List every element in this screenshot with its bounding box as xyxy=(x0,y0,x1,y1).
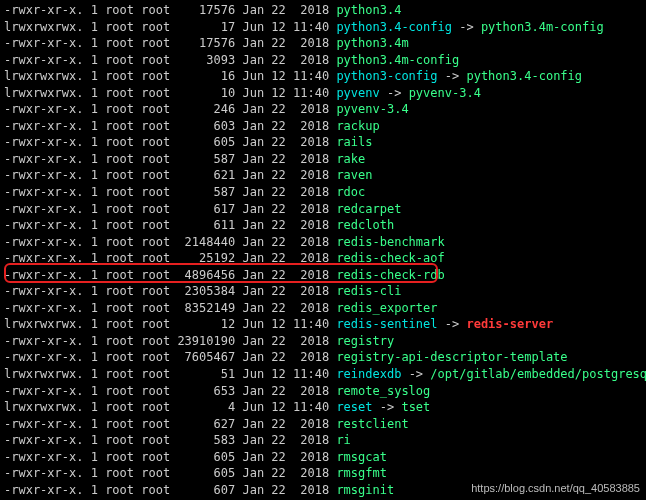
permissions: -rwxr-xr-x. 1 root root xyxy=(4,218,170,232)
date: Jun 12 11:40 xyxy=(242,367,329,381)
file-name: redcarpet xyxy=(336,202,401,216)
date: Jan 22 2018 xyxy=(242,102,329,116)
date: Jan 22 2018 xyxy=(242,3,329,17)
permissions: -rwxr-xr-x. 1 root root xyxy=(4,235,170,249)
date: Jan 22 2018 xyxy=(242,334,329,348)
file-name: python3.4m xyxy=(336,36,408,50)
symlink-target: tset xyxy=(401,400,430,414)
symlink-arrow: -> xyxy=(401,367,430,381)
size: 611 xyxy=(170,218,235,232)
listing-row: -rwxr-xr-x. 1 root root 617 Jan 22 2018 … xyxy=(4,201,642,218)
file-name: rmsgfmt xyxy=(336,466,387,480)
permissions: -rwxr-xr-x. 1 root root xyxy=(4,417,170,431)
size: 25192 xyxy=(170,251,235,265)
listing-row: -rwxr-xr-x. 1 root root 17576 Jan 22 201… xyxy=(4,35,642,52)
symlink-target: redis-server xyxy=(466,317,553,331)
permissions: lrwxrwxrwx. 1 root root xyxy=(4,400,170,414)
file-name: redis-check-rdb xyxy=(336,268,444,282)
permissions: -rwxr-xr-x. 1 root root xyxy=(4,466,170,480)
size: 2305384 xyxy=(170,284,235,298)
file-name: ri xyxy=(336,433,350,447)
date: Jun 12 11:40 xyxy=(242,20,329,34)
file-name: redis-check-aof xyxy=(336,251,444,265)
size: 16 xyxy=(170,69,235,83)
size: 7605467 xyxy=(170,350,235,364)
date: Jan 22 2018 xyxy=(242,135,329,149)
date: Jan 22 2018 xyxy=(242,251,329,265)
listing-row: lrwxrwxrwx. 1 root root 51 Jun 12 11:40 … xyxy=(4,366,642,383)
size: 3093 xyxy=(170,53,235,67)
permissions: -rwxr-xr-x. 1 root root xyxy=(4,202,170,216)
date: Jan 22 2018 xyxy=(242,433,329,447)
permissions: -rwxr-xr-x. 1 root root xyxy=(4,53,170,67)
file-name: rake xyxy=(336,152,365,166)
file-name: remote_syslog xyxy=(336,384,430,398)
date: Jan 22 2018 xyxy=(242,284,329,298)
file-name: python3.4-config xyxy=(336,20,452,34)
permissions: lrwxrwxrwx. 1 root root xyxy=(4,317,170,331)
date: Jan 22 2018 xyxy=(242,301,329,315)
listing-row: -rwxr-xr-x. 1 root root 4896456 Jan 22 2… xyxy=(4,267,642,284)
file-name: rmsginit xyxy=(336,483,394,497)
file-name: rdoc xyxy=(336,185,365,199)
symlink-arrow: -> xyxy=(452,20,481,34)
file-name: redcloth xyxy=(336,218,394,232)
size: 17 xyxy=(170,20,235,34)
date: Jan 22 2018 xyxy=(242,168,329,182)
symlink-arrow: -> xyxy=(373,400,402,414)
permissions: -rwxr-xr-x. 1 root root xyxy=(4,284,170,298)
symlink-arrow: -> xyxy=(438,69,467,83)
permissions: -rwxr-xr-x. 1 root root xyxy=(4,168,170,182)
file-name: redis_exporter xyxy=(336,301,437,315)
file-name: pyvenv-3.4 xyxy=(336,102,408,116)
file-name: raven xyxy=(336,168,372,182)
symlink-target: pyvenv-3.4 xyxy=(409,86,481,100)
permissions: lrwxrwxrwx. 1 root root xyxy=(4,69,170,83)
file-name: reset xyxy=(336,400,372,414)
listing-row: -rwxr-xr-x. 1 root root 2305384 Jan 22 2… xyxy=(4,283,642,300)
permissions: -rwxr-xr-x. 1 root root xyxy=(4,268,170,282)
size: 605 xyxy=(170,466,235,480)
date: Jan 22 2018 xyxy=(242,350,329,364)
size: 607 xyxy=(170,483,235,497)
size: 627 xyxy=(170,417,235,431)
file-listing: -rwxr-xr-x. 1 root root 17576 Jan 22 201… xyxy=(0,0,646,500)
permissions: -rwxr-xr-x. 1 root root xyxy=(4,251,170,265)
date: Jan 22 2018 xyxy=(242,483,329,497)
file-name: registry-api-descriptor-template xyxy=(336,350,567,364)
listing-row: lrwxrwxrwx. 1 root root 12 Jun 12 11:40 … xyxy=(4,316,642,333)
file-name: python3.4m-config xyxy=(336,53,459,67)
size: 603 xyxy=(170,119,235,133)
permissions: lrwxrwxrwx. 1 root root xyxy=(4,20,170,34)
listing-row: -rwxr-xr-x. 1 root root 583 Jan 22 2018 … xyxy=(4,432,642,449)
size: 17576 xyxy=(170,3,235,17)
date: Jun 12 11:40 xyxy=(242,317,329,331)
symlink-target: /opt/gitlab/embedded/postgresql/9.6.5/bi… xyxy=(430,367,646,381)
date: Jan 22 2018 xyxy=(242,384,329,398)
permissions: -rwxr-xr-x. 1 root root xyxy=(4,3,170,17)
permissions: -rwxr-xr-x. 1 root root xyxy=(4,36,170,50)
file-name: redis-cli xyxy=(336,284,401,298)
permissions: -rwxr-xr-x. 1 root root xyxy=(4,102,170,116)
file-name: rackup xyxy=(336,119,379,133)
size: 2148440 xyxy=(170,235,235,249)
permissions: -rwxr-xr-x. 1 root root xyxy=(4,135,170,149)
permissions: lrwxrwxrwx. 1 root root xyxy=(4,86,170,100)
listing-row: -rwxr-xr-x. 1 root root 587 Jan 22 2018 … xyxy=(4,151,642,168)
listing-row: -rwxr-xr-x. 1 root root 605 Jan 22 2018 … xyxy=(4,134,642,151)
watermark-text: https://blog.csdn.net/qq_40583885 xyxy=(471,481,640,496)
date: Jan 22 2018 xyxy=(242,152,329,166)
size: 23910190 xyxy=(170,334,235,348)
symlink-target: python3.4m-config xyxy=(481,20,604,34)
size: 246 xyxy=(170,102,235,116)
date: Jan 22 2018 xyxy=(242,119,329,133)
size: 17576 xyxy=(170,36,235,50)
date: Jan 22 2018 xyxy=(242,218,329,232)
listing-row: -rwxr-xr-x. 1 root root 627 Jan 22 2018 … xyxy=(4,416,642,433)
listing-row: lrwxrwxrwx. 1 root root 17 Jun 12 11:40 … xyxy=(4,19,642,36)
listing-row: lrwxrwxrwx. 1 root root 4 Jun 12 11:40 r… xyxy=(4,399,642,416)
listing-row: -rwxr-xr-x. 1 root root 605 Jan 22 2018 … xyxy=(4,465,642,482)
listing-row: -rwxr-xr-x. 1 root root 603 Jan 22 2018 … xyxy=(4,118,642,135)
date: Jan 22 2018 xyxy=(242,268,329,282)
symlink-arrow: -> xyxy=(438,317,467,331)
